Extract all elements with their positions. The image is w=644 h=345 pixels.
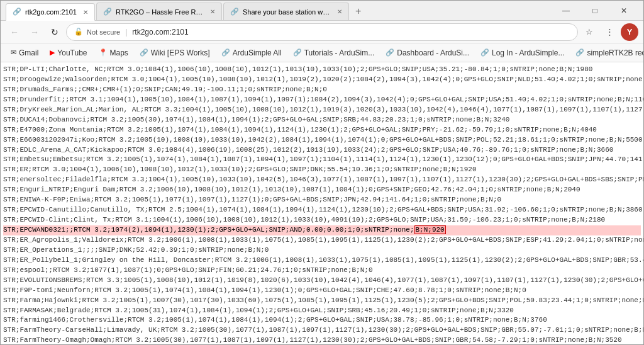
content-line: STR;FarmTheory-Omagh;Omagh;RTCM 3.2;1005… [3, 336, 641, 344]
minimize-button[interactable]: — [552, 1, 580, 21]
content-line: STR;E660031202047i;Koo;RTCM 3.2;1005(10)… [3, 135, 641, 145]
nav-right-icons: ☆ ⋮ Y [580, 23, 638, 41]
bookmark-tutorials[interactable]: 🔗 Tutorials - ArduSim... [288, 47, 380, 59]
tab-1-favicon: 🔗 [13, 8, 21, 16]
bookmark-wiki-label: Wiki [EPS Works] [151, 48, 210, 57]
tab-strip: 🔗 rtk2go.com:2101 ✕ 🔗 RTK2GO – Hassle Fr… [6, 1, 547, 20]
dashboard-icon: 🔗 [386, 48, 394, 57]
tab-1-label: rtk2go.com:2101 [25, 8, 77, 16]
content-line: STR;DryKreek_Marion_AL;Marion, AL;RTCM 3… [3, 105, 641, 115]
bookmark-youtube-label: YouTube [57, 48, 87, 57]
bookmark-star-button[interactable]: ☆ [580, 23, 598, 41]
bookmark-dashboard-label: Dashboard - ArduSi... [397, 48, 469, 57]
youtube-icon: ▶ [50, 48, 55, 57]
page-content[interactable]: STR;DP-LTI;Charlotte, NC;RTCM 3.0;1084(1… [1, 62, 643, 344]
wiki-icon: 🔗 [140, 48, 148, 57]
bookmark-simplertk2b[interactable]: 🔗 simpleRTK2B recei... [570, 47, 643, 59]
bookmark-wiki[interactable]: 🔗 Wiki [EPS Works] [135, 47, 215, 59]
tab-1-close[interactable]: ✕ [83, 9, 88, 16]
bookmark-maps[interactable]: 📍 Maps [94, 47, 133, 59]
bookmark-simplertk2b-label: simpleRTK2B recei... [587, 48, 643, 57]
content-line: STR;DP-LTI;Charlotte, NC;RTCM 3.0;1084(1… [3, 65, 641, 75]
title-bar: 🔗 rtk2go.com:2101 ✕ 🔗 RTK2GO – Hassle Fr… [1, 1, 643, 21]
security-label: Not secure [87, 28, 120, 36]
content-line: STR;FarmTheory-CarseHall;Limavady, UK;RT… [3, 325, 641, 336]
bookmark-gmail-label: Gmail [19, 48, 38, 57]
content-line: STR;enersoltec;Filadelfla;RTCM 3.3;1004(… [3, 175, 641, 185]
bookmark-ardusimple-all-label: ArduSimple All [233, 48, 282, 57]
tab-2-favicon: 🔗 [103, 8, 112, 16]
bookmark-login[interactable]: 🔗 Log In - ArduSimple... [475, 47, 569, 59]
content-line: STR;F9P-tomi;Neunforn;RTCM 3.2;1005(1),1… [3, 286, 641, 296]
content-line: STR;ENIWA-K-F9P;Eniwa;RTCM 3.2;1005(1),1… [3, 195, 641, 205]
tab-3-close[interactable]: ✕ [337, 8, 342, 15]
bookmark-dashboard[interactable]: 🔗 Dashboard - ArduSi... [380, 47, 474, 59]
browser-window: 🔗 rtk2go.com:2101 ✕ 🔗 RTK2GO – Hassle Fr… [0, 0, 644, 345]
content-line: STR;EVOLUTIONSBREMS;RTCM 3.3;1005(1),100… [3, 276, 641, 286]
tutorials-icon: 🔗 [293, 48, 302, 57]
content-line: STR;EPCWID-Canutillo;Canutillo, TX;RTCM … [3, 205, 641, 215]
url-text: rtk2go.com:2101 [132, 28, 570, 37]
content-line: STR;Enguri_NTRIP;Enguri Dam;RTCM 3.2;100… [3, 185, 641, 195]
gmail-icon: ✉ [11, 48, 16, 57]
tab-2-close[interactable]: ✕ [210, 8, 215, 15]
simplertk2b-icon: 🔗 [575, 48, 584, 57]
new-tab-button[interactable]: + [350, 3, 366, 20]
address-bar[interactable]: 🔓 Not secure | rtk2go.com:2101 [66, 23, 578, 41]
bookmark-login-label: Log In - ArduSimple... [492, 48, 564, 57]
login-icon: 🔗 [480, 48, 489, 57]
content-line: STR;EDLC_Arena_A_CAT;Kickapoo;RTCM 3.0;1… [3, 145, 641, 156]
content-line: STR;E47000;Zona Montania;RTCM 3.2;1005(1… [3, 125, 641, 135]
tab-1[interactable]: 🔗 rtk2go.com:2101 ✕ [6, 3, 95, 21]
content-line: STR;farming1466;Crothersville;RTCM 3.2;1… [3, 315, 641, 325]
bookmark-tutorials-label: Tutorials - ArduSim... [304, 48, 375, 57]
content-line: STR;Drumads_Farms;;CMR+;CMR+(1);0;SNIP;C… [3, 85, 641, 95]
tab-2-label: RTK2GO – Hassle Free RTK NTR... [116, 8, 204, 16]
bookmark-maps-label: Maps [110, 48, 128, 57]
content-line: STR;DUCA14;Dobanovci;RTCM 3.2;1005(30),1… [3, 115, 641, 125]
content-line: STR;Farma;Hajownki;RTCM 3.2;1005(1),1007… [3, 296, 641, 306]
close-button[interactable]: ✕ [609, 1, 638, 21]
back-button[interactable]: ← [6, 23, 23, 41]
reload-button[interactable]: ↻ [46, 23, 64, 41]
maps-icon: 📍 [99, 48, 108, 57]
bookmark-ardusimple-all[interactable]: 🔗 ArduSimple All [216, 47, 287, 59]
profile-avatar[interactable]: Y [621, 23, 638, 41]
content-line: STR;Embetsu;Embetsu;RTCM 3.2;1005(1),107… [3, 155, 641, 165]
tab-2[interactable]: 🔗 RTK2GO – Hassle Free RTK NTR... ✕ [96, 3, 222, 20]
content-line: STR;EPCWAND0321;;RTCM 3.2;1074(2),1094(1… [3, 225, 641, 235]
content-line: STR;ER_Agropolis_1;Valldoreix;RTCM 3.2;1… [3, 235, 641, 246]
address-bar-separator: | [125, 28, 127, 37]
tab-3-favicon: 🔗 [230, 8, 239, 16]
content-line: STR;espool;;RTCM 3.2;1077(1),1087(1);0;G… [3, 266, 641, 276]
window-controls: — □ ✕ [552, 1, 638, 21]
nav-bar: ← → ↻ 🔓 Not secure | rtk2go.com:2101 ☆ ⋮… [1, 21, 643, 43]
content-line: STR;Droogewize;Walsoorden;RTCM 3.0;1004(… [3, 75, 641, 85]
profile-menu-button[interactable]: ⋮ [601, 23, 618, 41]
content-line: STR;FARMASAK;Belgrade;RTCM 3.2;1005(31),… [3, 306, 641, 316]
content-line: STR;Drunderfit;;RTCM 3.1;1004(1),1005(10… [3, 95, 641, 105]
bookmarks-bar: ✉ Gmail ▶ YouTube 📍 Maps 🔗 Wiki [EPS Wor… [1, 43, 643, 62]
tab-3-label: Share your base station with RTK... [243, 8, 331, 16]
tab-3[interactable]: 🔗 Share your base station with RTK... ✕ [223, 3, 349, 20]
content-line: STR;EPCWID-Clint;Clint, Tx;RTCM 3.1;1004… [3, 215, 641, 225]
bookmark-gmail[interactable]: ✉ Gmail [6, 47, 43, 59]
maximize-button[interactable]: □ [580, 1, 609, 21]
content-line: STR;ER_Operations_1;;;;SNIP;DNK;52.42;0.… [3, 246, 641, 256]
ardusimple-all-icon: 🔗 [221, 48, 230, 57]
content-line: STR;ER_Pollybell_1;Gringley on the Hill,… [3, 256, 641, 266]
security-icon: 🔓 [74, 28, 83, 36]
highlighted-value: B;N;920 [414, 225, 446, 234]
content-line: STR;ER;RTCM 3.0;1004(1),1006(10),1008(10… [3, 165, 641, 175]
forward-button[interactable]: → [26, 23, 43, 41]
bookmark-youtube[interactable]: ▶ YouTube [45, 47, 92, 59]
